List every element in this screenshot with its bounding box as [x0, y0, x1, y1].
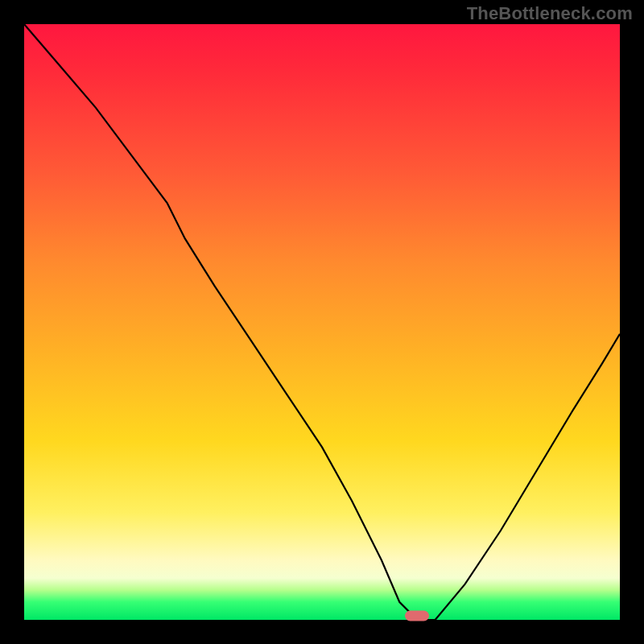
- background-gradient: [24, 24, 620, 620]
- watermark-text: TheBottleneck.com: [467, 3, 633, 24]
- chart-frame: TheBottleneck.com: [0, 0, 644, 644]
- plot-area: [24, 24, 620, 620]
